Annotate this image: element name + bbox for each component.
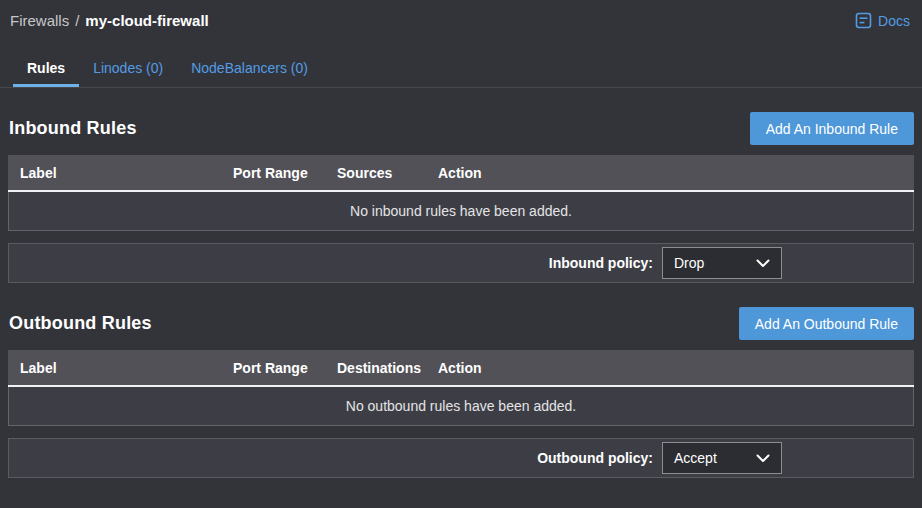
- outbound-rules-section: Outbound Rules Add An Outbound Rule Labe…: [0, 307, 922, 478]
- inbound-policy-row: Inbound policy: Drop: [8, 243, 914, 283]
- outbound-policy-label: Outbound policy:: [537, 450, 653, 466]
- inbound-column-action: Action: [438, 165, 902, 181]
- breadcrumb-separator: /: [75, 12, 79, 29]
- outbound-policy-row: Outbound policy: Accept: [8, 438, 914, 478]
- inbound-rules-table: Label Port Range Sources Action No inbou…: [8, 155, 914, 231]
- firewall-detail-page: Firewalls / my-cloud-firewall Docs Rules…: [0, 0, 922, 508]
- outbound-empty-message: No outbound rules have been added.: [346, 398, 576, 414]
- inbound-column-label: Label: [20, 165, 233, 181]
- breadcrumb-firewalls-link[interactable]: Firewalls: [10, 12, 69, 29]
- docs-icon: [855, 12, 872, 29]
- inbound-empty-message: No inbound rules have been added.: [350, 203, 572, 219]
- add-outbound-rule-button[interactable]: Add An Outbound Rule: [739, 307, 914, 340]
- top-bar: Firewalls / my-cloud-firewall Docs: [0, 0, 922, 32]
- docs-link-label: Docs: [878, 13, 910, 29]
- chevron-down-icon: [756, 454, 770, 463]
- breadcrumb-current-firewall: my-cloud-firewall: [85, 12, 208, 29]
- inbound-empty-state: No inbound rules have been added.: [8, 192, 914, 231]
- inbound-policy-label: Inbound policy:: [549, 255, 653, 271]
- outbound-rules-table: Label Port Range Destinations Action No …: [8, 350, 914, 426]
- inbound-policy-select[interactable]: Drop: [662, 247, 782, 279]
- inbound-column-sources: Sources: [337, 165, 438, 181]
- docs-link[interactable]: Docs: [855, 12, 910, 29]
- add-inbound-rule-button[interactable]: Add An Inbound Rule: [750, 112, 914, 145]
- outbound-policy-value: Accept: [674, 450, 717, 466]
- breadcrumb: Firewalls / my-cloud-firewall: [10, 12, 209, 29]
- tab-bar: Rules Linodes (0) NodeBalancers (0): [13, 52, 922, 87]
- outbound-column-action: Action: [438, 360, 902, 376]
- inbound-policy-value: Drop: [674, 255, 704, 271]
- tab-nodebalancers[interactable]: NodeBalancers (0): [177, 52, 322, 87]
- outbound-policy-select[interactable]: Accept: [662, 442, 782, 474]
- tab-rules[interactable]: Rules: [13, 52, 79, 87]
- outbound-table-header: Label Port Range Destinations Action: [8, 350, 914, 387]
- outbound-column-destinations: Destinations: [337, 360, 438, 376]
- tabs-divider: [0, 87, 922, 88]
- outbound-rules-title: Outbound Rules: [9, 313, 152, 334]
- outbound-empty-state: No outbound rules have been added.: [8, 387, 914, 426]
- outbound-column-label: Label: [20, 360, 233, 376]
- inbound-rules-title: Inbound Rules: [9, 118, 137, 139]
- chevron-down-icon: [756, 259, 770, 268]
- inbound-rules-section: Inbound Rules Add An Inbound Rule Label …: [0, 112, 922, 283]
- outbound-column-port-range: Port Range: [233, 360, 337, 376]
- tab-linodes[interactable]: Linodes (0): [79, 52, 177, 87]
- inbound-column-port-range: Port Range: [233, 165, 337, 181]
- inbound-table-header: Label Port Range Sources Action: [8, 155, 914, 192]
